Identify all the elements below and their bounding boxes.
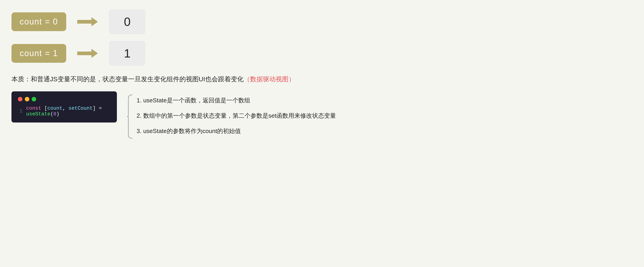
count-label-0: count = 0 bbox=[12, 12, 66, 31]
code-line-1: 1 const [count, setCount] = useState(0) bbox=[18, 106, 110, 117]
description-main: 本质：和普通JS变量不同的是，状态变量一旦发生变化组件的视图UI也会跟着变化 bbox=[12, 76, 244, 83]
list-item-3: 3. useState的参数将作为count的初始值 bbox=[136, 127, 336, 136]
arrow-icon-1 bbox=[77, 49, 98, 58]
list-items: 1. useState是一个函数，返回值是一个数组 2. 数组中的第一个参数是状… bbox=[136, 91, 336, 140]
count-row-0: count = 0 0 bbox=[12, 9, 632, 34]
svg-marker-1 bbox=[77, 49, 98, 58]
count-value-1: 1 bbox=[109, 41, 146, 66]
dot-green bbox=[32, 97, 36, 101]
list-item-2: 2. 数组中的第一个参数是状态变量，第二个参数是set函数用来修改状态变量 bbox=[136, 111, 336, 120]
code-block: 1 const [count, setCount] = useState(0) bbox=[12, 91, 117, 122]
bottom-section: 1 const [count, setCount] = useState(0) … bbox=[12, 91, 632, 140]
vertical-bracket bbox=[126, 94, 133, 140]
count-rows-section: count = 0 0 count = 1 1 bbox=[12, 9, 632, 66]
arrow-icon-0 bbox=[77, 17, 98, 26]
dot-yellow bbox=[25, 97, 29, 101]
svg-marker-0 bbox=[77, 17, 98, 26]
list-item-1: 1. useState是一个函数，返回值是一个数组 bbox=[136, 96, 336, 105]
count-row-1: count = 1 1 bbox=[12, 41, 632, 66]
description-highlight: （数据驱动视图） bbox=[244, 76, 295, 83]
line-number: 1 bbox=[18, 108, 22, 114]
code-content: const [count, setCount] = useState(0) bbox=[26, 106, 110, 117]
bracket-and-list: 1. useState是一个函数，返回值是一个数组 2. 数组中的第一个参数是状… bbox=[126, 91, 632, 140]
description-text: 本质：和普通JS变量不同的是，状态变量一旦发生变化组件的视图UI也会跟着变化（数… bbox=[12, 74, 632, 84]
dot-red bbox=[18, 97, 22, 101]
count-value-0: 0 bbox=[109, 9, 146, 34]
window-controls bbox=[18, 97, 110, 101]
count-label-1: count = 1 bbox=[12, 44, 66, 63]
